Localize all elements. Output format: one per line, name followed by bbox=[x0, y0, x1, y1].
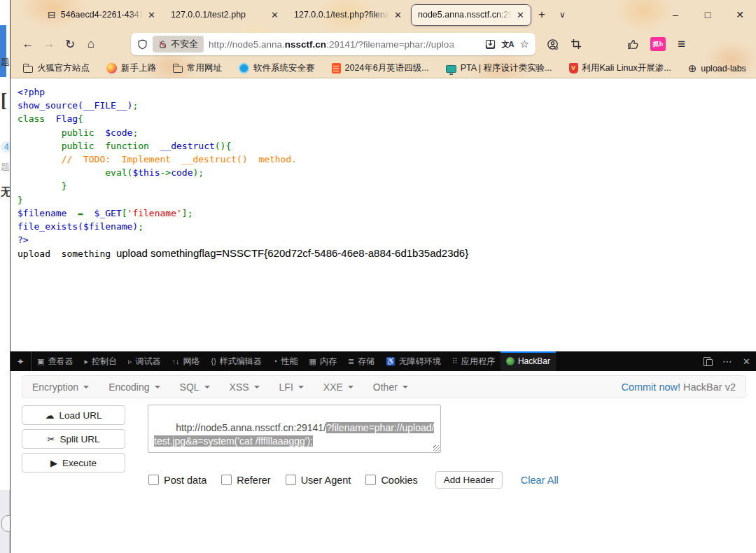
checkbox-box[interactable] bbox=[148, 475, 159, 485]
url-bar[interactable]: 不安全 http://node5.anna.nssctf.cn:29141/?f… bbox=[131, 33, 536, 55]
navigation-bar: ← → ↻ ⌂ 不安全 http://node5.anna.nssctf.cn:… bbox=[10, 29, 756, 59]
code-segment: ); bbox=[192, 167, 204, 178]
code-line: ?> bbox=[18, 233, 756, 246]
hackbar-menu-xss[interactable]: XSS bbox=[230, 382, 260, 393]
new-tab-button[interactable]: + bbox=[531, 8, 552, 22]
chevron-down-icon bbox=[83, 386, 89, 388]
bookmark-item[interactable]: 火狐官方站点 bbox=[23, 62, 90, 74]
hackbar-menu-xxe[interactable]: XXE bbox=[323, 382, 354, 393]
load-url-button[interactable]: ☁Load URL bbox=[22, 405, 125, 425]
back-button[interactable]: ← bbox=[18, 34, 38, 55]
bookmark-item[interactable]: ⊕upload-labs bbox=[688, 63, 746, 74]
maximize-button[interactable]: □ bbox=[692, 9, 724, 20]
bookmark-item[interactable]: 2024年6月英语四级... bbox=[332, 62, 429, 74]
bookmark-item[interactable]: 软件系统安全赛 bbox=[239, 62, 315, 74]
browser-tab[interactable]: 127.0.0.1/test2.php✕ bbox=[164, 4, 285, 26]
devtools-tab-内存[interactable]: ▦内存 bbox=[303, 351, 342, 371]
devtools-tab-无障碍环境[interactable]: ♿无障碍环境 bbox=[380, 351, 447, 371]
checkbox-cookies[interactable]: Cookies bbox=[365, 475, 417, 486]
forward-button[interactable]: → bbox=[38, 34, 59, 55]
hackbar-menu-encoding[interactable]: Encoding bbox=[108, 382, 160, 393]
bookmark-item[interactable]: V利用Kali Linux开展渗... bbox=[569, 62, 671, 74]
url-text: http://node5.anna.nssctf.cn:29141/?filen… bbox=[209, 39, 479, 50]
bookmark-item[interactable]: 常用网址 bbox=[173, 62, 222, 74]
hackbar-menu-other[interactable]: Other bbox=[373, 382, 408, 393]
checkbox-referer[interactable]: Referer bbox=[221, 475, 270, 486]
bookmark-star-icon[interactable]: ☆ bbox=[520, 38, 529, 50]
devtools-tab-应用程序[interactable]: ⠿应用程序 bbox=[447, 351, 500, 371]
responsive-mode-icon[interactable] bbox=[704, 357, 713, 366]
code-segment: } bbox=[18, 195, 23, 205]
devtools-tab-性能[interactable]: ◔性能 bbox=[267, 351, 304, 371]
devtools-tab-存储[interactable]: ≣存储 bbox=[342, 351, 380, 371]
tab-close-icon[interactable]: ✕ bbox=[394, 10, 402, 20]
devtools-tab-HackBar[interactable]: HackBar bbox=[500, 351, 556, 371]
minimize-button[interactable]: – bbox=[659, 9, 692, 20]
orange-doc-icon bbox=[332, 63, 341, 74]
pick-element-icon[interactable]: ⌖ bbox=[10, 351, 31, 371]
devtools-tab-icon: ▸ bbox=[84, 357, 88, 366]
code-segment: $this bbox=[132, 167, 160, 178]
tab-close-icon[interactable]: ✕ bbox=[271, 10, 279, 20]
scissors-icon: ✂ bbox=[48, 434, 55, 444]
security-pill[interactable]: 不安全 bbox=[153, 36, 204, 52]
account-icon[interactable] bbox=[547, 38, 559, 50]
checkbox-box[interactable] bbox=[221, 475, 232, 485]
add-header-button[interactable]: Add Header bbox=[435, 471, 503, 489]
code-line: file_exists($filename); bbox=[18, 220, 756, 233]
url-plain-text: http://node5.anna.nssctf.cn:29141/ bbox=[176, 422, 326, 433]
checkbox-post-data[interactable]: Post data bbox=[148, 475, 206, 486]
execute-button[interactable]: ▶Execute bbox=[22, 453, 125, 472]
background-text: 题 bbox=[1, 56, 10, 69]
hackbar-menu-sql[interactable]: SQL bbox=[180, 382, 210, 393]
devtools-close-icon[interactable]: ✕ bbox=[743, 356, 750, 367]
browser-tab[interactable]: 127.0.0.1/test.php?filenan✕ bbox=[288, 4, 408, 26]
bookmark-item[interactable]: PTA | 程序设计类实验... bbox=[446, 62, 552, 74]
checkbox-box[interactable] bbox=[365, 475, 376, 485]
screenshot-crop-icon[interactable] bbox=[570, 38, 582, 50]
save-page-icon[interactable] bbox=[485, 39, 496, 50]
browser-tab[interactable]: node5.anna.nssctf.cn:2914✕ bbox=[411, 4, 531, 26]
menu-hamburger-icon[interactable]: ≡ bbox=[678, 36, 685, 52]
thumbs-up-icon[interactable] bbox=[626, 38, 638, 50]
devtools-tab-label: 应用程序 bbox=[461, 356, 495, 368]
split-url-button[interactable]: ✂Split URL bbox=[22, 429, 125, 449]
devtools-more-icon[interactable]: ⋯ bbox=[722, 356, 733, 367]
hackbar-options-row: Post dataRefererUser AgentCookiesAdd Hea… bbox=[148, 471, 559, 489]
bookmark-label: 2024年6月英语四级... bbox=[345, 62, 429, 74]
list-all-tabs-button[interactable]: ∨ bbox=[552, 10, 573, 20]
capture-extension-icon[interactable]: 抓h bbox=[650, 37, 666, 51]
commit-now-link[interactable]: Commit now! bbox=[621, 382, 680, 393]
chevron-down-icon bbox=[155, 386, 160, 388]
hackbar-menu-encryption[interactable]: Encryption bbox=[32, 382, 89, 393]
shield-icon[interactable] bbox=[137, 39, 148, 50]
clear-all-link[interactable]: Clear All bbox=[521, 475, 559, 486]
checkbox-box[interactable] bbox=[286, 475, 296, 485]
home-button[interactable]: ⌂ bbox=[80, 34, 102, 55]
devtools-tab-调试器[interactable]: ▹调试器 bbox=[122, 351, 167, 371]
code-line: show_source(__FILE__); bbox=[18, 99, 756, 112]
devtools-tab-查看器[interactable]: ▣查看器 bbox=[31, 351, 78, 371]
folder-icon bbox=[173, 66, 183, 73]
resize-handle[interactable] bbox=[433, 445, 440, 451]
code-segment: ; bbox=[132, 100, 138, 111]
devtools-tab-样式编辑器[interactable]: {}样式编辑器 bbox=[205, 351, 267, 371]
code-segment: = bbox=[66, 208, 94, 218]
reload-button[interactable]: ↻ bbox=[59, 34, 80, 55]
devtools-tab-网络[interactable]: ↑↓网络 bbox=[166, 351, 205, 371]
hackbar-menubar: EncryptionEncodingSQLXSSLFIXXEOther Comm… bbox=[22, 375, 746, 398]
hackbar-menu-lfi[interactable]: LFI bbox=[279, 382, 304, 393]
bookmark-label: PTA | 程序设计类实验... bbox=[461, 62, 552, 74]
close-window-button[interactable]: ✕ bbox=[724, 9, 756, 20]
tab-close-icon[interactable]: ✕ bbox=[517, 10, 524, 20]
url-payload-textarea[interactable]: http://node5.anna.nssctf.cn:29141/?filen… bbox=[148, 405, 441, 453]
browser-tab[interactable]: ⊟546aecd4-2261-4341-94f✕ bbox=[41, 4, 162, 26]
code-segment: ]; bbox=[182, 208, 193, 218]
checkbox-user-agent[interactable]: User Agent bbox=[286, 475, 351, 486]
upload-something-text: upload something bbox=[18, 248, 116, 259]
devtools-tab-label: 性能 bbox=[281, 356, 298, 368]
translate-icon[interactable]: 文A bbox=[502, 39, 514, 50]
bookmark-item[interactable]: 新手上路 bbox=[106, 62, 156, 74]
devtools-tab-控制台[interactable]: ▸控制台 bbox=[78, 351, 122, 371]
tab-close-icon[interactable]: ✕ bbox=[148, 10, 155, 20]
